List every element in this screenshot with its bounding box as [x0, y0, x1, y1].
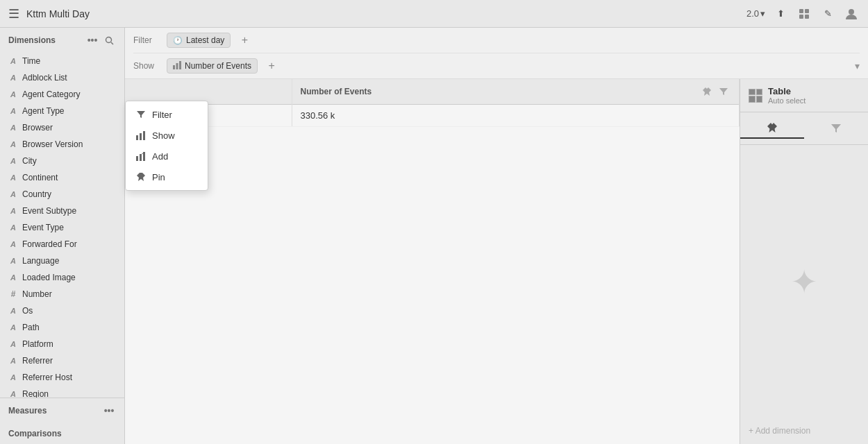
user-icon[interactable] [843, 6, 860, 22]
measures-more-icon[interactable]: ••• [102, 404, 116, 418]
dim-icon: A [8, 389, 18, 398]
dim-icon: A [8, 373, 18, 382]
svg-rect-10 [136, 135, 138, 140]
main-layout: Dimensions ••• ATimeAAdblock ListAAgent … [0, 28, 868, 444]
sidebar-item-event-subtype[interactable]: AEvent Subtype [0, 203, 124, 219]
sidebar-item-referrer[interactable]: AReferrer [0, 352, 124, 369]
svg-rect-7 [173, 65, 175, 69]
sidebar-item-country[interactable]: ACountry [0, 186, 124, 203]
sidebar-item-loaded-image[interactable]: ALoaded Image [0, 269, 124, 286]
context-menu-pin[interactable]: Pin [126, 166, 208, 187]
sidebar-item-platform[interactable]: APlatform [0, 336, 124, 352]
dim-icon: A [8, 256, 18, 266]
sidebar-item-city[interactable]: ACity [0, 153, 124, 169]
filter-chip[interactable]: 🕐 Latest day [167, 33, 231, 48]
show-chevron[interactable]: ▾ [855, 60, 860, 71]
filter-label: Filter [133, 35, 161, 45]
sidebar-item-continent[interactable]: AContinent [0, 169, 124, 186]
sidebar-item-label: Referrer [22, 356, 53, 366]
measures-section[interactable]: Measures ••• [0, 398, 124, 423]
sidebar-item-label: Agent Category [22, 89, 80, 99]
sidebar-item-path[interactable]: APath [0, 319, 124, 336]
filter-row: Filter 🕐 Latest day + [133, 28, 860, 53]
sidebar-item-number[interactable]: #Number [0, 286, 124, 302]
dim-icon: A [8, 73, 18, 83]
context-menu-add[interactable]: + Add [126, 146, 208, 166]
grid-icon[interactable] [796, 6, 812, 22]
sidebar-item-os[interactable]: AOs [0, 302, 124, 319]
events-col-header: Number of Events [292, 79, 740, 105]
filter-action-btn[interactable] [804, 119, 868, 138]
dim-icon: A [8, 123, 18, 133]
sidebar-item-browser[interactable]: ABrowser [0, 119, 124, 136]
svg-rect-9 [179, 61, 181, 69]
sidebar-item-label: Event Type [22, 223, 64, 232]
right-panel-title-block: Table Auto select [768, 86, 806, 105]
sidebar-item-adblock-list[interactable]: AAdblock List [0, 69, 124, 86]
table-area: Number of Events [125, 79, 868, 444]
version-number: 2.0 [746, 8, 759, 19]
filter-bar: Filter 🕐 Latest day + Show [125, 28, 868, 79]
sidebar-item-label: Time [22, 56, 40, 66]
sidebar-item-event-type[interactable]: AEvent Type [0, 219, 124, 236]
table-grid-icon [749, 89, 762, 103]
chart-icon [173, 61, 181, 71]
sidebar-item-region[interactable]: ARegion [0, 386, 124, 398]
sidebar: Dimensions ••• ATimeAAdblock ListAAgent … [0, 28, 125, 444]
dimensions-more-icon[interactable]: ••• [85, 33, 99, 47]
sidebar-item-label: Browser Version [22, 139, 83, 149]
comparisons-label: Comparisons [8, 429, 62, 438]
dim-icon: A [8, 106, 18, 116]
sidebar-item-language[interactable]: ALanguage [0, 253, 124, 269]
filter-add-button[interactable]: + [236, 32, 253, 49]
show-add-button[interactable]: + [263, 58, 280, 74]
sidebar-item-agent-category[interactable]: AAgent Category [0, 86, 124, 103]
comparisons-section[interactable]: Comparisons [0, 423, 124, 444]
context-menu-show[interactable]: Show [126, 125, 208, 146]
measures-label: Measures [8, 406, 47, 416]
add-dimension-btn[interactable]: + Add dimension [740, 418, 868, 444]
svg-rect-11 [140, 133, 142, 140]
dim-icon: A [8, 189, 18, 199]
dim-icon: A [8, 173, 18, 182]
context-menu-filter[interactable]: Filter [126, 104, 208, 125]
sidebar-item-agent-type[interactable]: AAgent Type [0, 103, 124, 119]
dim-icon: A [8, 239, 18, 249]
dimensions-search-icon[interactable] [102, 33, 116, 47]
dim-icon: A [8, 56, 18, 66]
upload-icon[interactable]: ⬆ [772, 6, 789, 22]
svg-point-5 [106, 37, 111, 42]
version-indicator[interactable]: 2.0 ▾ [746, 8, 765, 19]
svg-rect-8 [176, 63, 178, 69]
menu-icon[interactable]: ☰ [8, 6, 19, 22]
svg-line-6 [111, 42, 113, 44]
svg-rect-3 [805, 15, 809, 19]
dim-icon: A [8, 273, 18, 282]
sidebar-item-time[interactable]: ATime [0, 53, 124, 69]
context-pin-label: Pin [152, 172, 165, 182]
sidebar-item-label: Referrer Host [22, 373, 72, 382]
svg-point-4 [849, 9, 854, 15]
sidebar-item-browser-version[interactable]: ABrowser Version [0, 136, 124, 153]
context-pin-icon [135, 171, 147, 182]
svg-rect-0 [799, 9, 803, 13]
sidebar-item-label: Agent Type [22, 106, 65, 116]
context-add-icon: + [135, 151, 147, 162]
filter-col-icon[interactable] [717, 85, 731, 99]
sidebar-item-referrer-host[interactable]: AReferrer Host [0, 369, 124, 386]
table-header-actions [700, 85, 731, 99]
edit-icon[interactable]: ✎ [819, 6, 836, 22]
version-arrow: ▾ [760, 8, 765, 19]
pin-action-btn[interactable] [740, 118, 804, 139]
right-panel-header: Table Auto select [740, 79, 868, 112]
show-row: Show Number of Events + ▾ [133, 53, 860, 78]
hash-icon: # [8, 289, 18, 299]
show-chip[interactable]: Number of Events [167, 58, 258, 74]
dim-icon: A [8, 323, 18, 332]
sidebar-item-forwarded-for[interactable]: AForwarded For [0, 236, 124, 253]
dim-icon: A [8, 206, 18, 216]
clock-icon: 🕐 [173, 36, 183, 45]
pin-col-icon[interactable] [700, 85, 714, 99]
sidebar-item-label: Adblock List [22, 73, 67, 83]
right-panel: Table Auto select [740, 79, 868, 444]
